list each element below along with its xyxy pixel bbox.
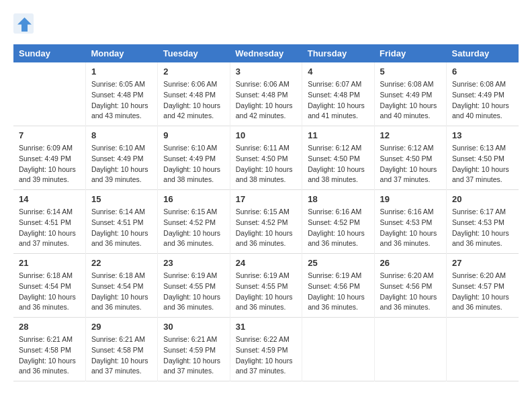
calendar-cell: 3Sunrise: 6:06 AMSunset: 4:48 PMDaylight… — [230, 62, 302, 126]
day-header-monday: Monday — [85, 44, 157, 62]
calendar-cell: 19Sunrise: 6:16 AMSunset: 4:53 PMDayligh… — [374, 190, 446, 254]
calendar-cell — [302, 318, 374, 381]
calendar-cell: 29Sunrise: 6:21 AMSunset: 4:58 PMDayligh… — [85, 318, 157, 381]
calendar-cell: 5Sunrise: 6:08 AMSunset: 4:49 PMDaylight… — [374, 62, 446, 126]
day-number: 8 — [91, 130, 152, 140]
cell-details: Sunrise: 6:09 AMSunset: 4:49 PMDaylight:… — [19, 143, 80, 185]
calendar-cell: 20Sunrise: 6:17 AMSunset: 4:53 PMDayligh… — [447, 190, 519, 254]
day-number: 7 — [19, 130, 80, 140]
calendar-cell — [447, 318, 519, 381]
calendar-cell: 13Sunrise: 6:13 AMSunset: 4:50 PMDayligh… — [447, 126, 519, 190]
day-header-sunday: Sunday — [13, 44, 85, 62]
calendar-cell: 24Sunrise: 6:19 AMSunset: 4:55 PMDayligh… — [230, 254, 302, 318]
day-header-thursday: Thursday — [302, 44, 374, 62]
cell-details: Sunrise: 6:08 AMSunset: 4:49 PMDaylight:… — [452, 79, 513, 122]
calendar-header: SundayMondayTuesdayWednesdayThursdayFrid… — [13, 44, 519, 62]
cell-details: Sunrise: 6:15 AMSunset: 4:52 PMDaylight:… — [236, 207, 296, 249]
day-header-friday: Friday — [374, 44, 446, 62]
day-number: 22 — [91, 258, 152, 268]
day-number: 2 — [163, 66, 224, 77]
cell-details: Sunrise: 6:14 AMSunset: 4:51 PMDaylight:… — [19, 207, 80, 249]
calendar-cell: 17Sunrise: 6:15 AMSunset: 4:52 PMDayligh… — [230, 190, 302, 254]
day-number: 20 — [452, 194, 513, 204]
day-number: 11 — [308, 130, 368, 140]
day-number: 31 — [236, 322, 296, 332]
cell-details: Sunrise: 6:18 AMSunset: 4:54 PMDaylight:… — [19, 271, 80, 313]
day-number: 28 — [19, 322, 80, 332]
cell-details: Sunrise: 6:21 AMSunset: 4:58 PMDaylight:… — [19, 334, 80, 377]
day-number: 4 — [308, 66, 368, 77]
cell-details: Sunrise: 6:19 AMSunset: 4:56 PMDaylight:… — [308, 271, 368, 313]
day-number: 10 — [236, 130, 296, 140]
calendar-cell: 26Sunrise: 6:20 AMSunset: 4:56 PMDayligh… — [374, 254, 446, 318]
day-number: 14 — [19, 194, 80, 204]
day-header-saturday: Saturday — [447, 44, 519, 62]
day-number: 30 — [163, 322, 224, 332]
day-number: 15 — [91, 194, 152, 204]
calendar-cell: 27Sunrise: 6:20 AMSunset: 4:57 PMDayligh… — [447, 254, 519, 318]
day-number: 16 — [163, 194, 224, 204]
calendar-cell: 31Sunrise: 6:22 AMSunset: 4:59 PMDayligh… — [230, 318, 302, 381]
week-row-3: 14Sunrise: 6:14 AMSunset: 4:51 PMDayligh… — [13, 190, 519, 254]
cell-details: Sunrise: 6:22 AMSunset: 4:59 PMDaylight:… — [236, 334, 296, 377]
day-number: 29 — [91, 322, 152, 332]
cell-details: Sunrise: 6:07 AMSunset: 4:48 PMDaylight:… — [308, 79, 368, 122]
calendar-cell: 12Sunrise: 6:12 AMSunset: 4:50 PMDayligh… — [374, 126, 446, 190]
calendar-cell — [13, 62, 85, 126]
page-header — [13, 13, 519, 34]
day-number: 25 — [308, 258, 368, 268]
day-number: 1 — [91, 66, 152, 77]
logo-icon — [13, 13, 34, 34]
calendar-cell: 6Sunrise: 6:08 AMSunset: 4:49 PMDaylight… — [447, 62, 519, 126]
day-number: 21 — [19, 258, 80, 268]
calendar-cell: 18Sunrise: 6:16 AMSunset: 4:52 PMDayligh… — [302, 190, 374, 254]
cell-details: Sunrise: 6:19 AMSunset: 4:55 PMDaylight:… — [163, 271, 224, 313]
cell-details: Sunrise: 6:13 AMSunset: 4:50 PMDaylight:… — [452, 143, 513, 185]
cell-details: Sunrise: 6:14 AMSunset: 4:51 PMDaylight:… — [91, 207, 152, 249]
cell-details: Sunrise: 6:20 AMSunset: 4:57 PMDaylight:… — [452, 271, 513, 313]
cell-details: Sunrise: 6:17 AMSunset: 4:53 PMDaylight:… — [452, 207, 513, 249]
calendar-cell — [374, 318, 446, 381]
calendar-cell: 9Sunrise: 6:10 AMSunset: 4:49 PMDaylight… — [158, 126, 230, 190]
calendar-cell: 22Sunrise: 6:18 AMSunset: 4:54 PMDayligh… — [85, 254, 157, 318]
logo — [13, 13, 36, 34]
calendar-cell: 28Sunrise: 6:21 AMSunset: 4:58 PMDayligh… — [13, 318, 85, 381]
calendar-cell: 2Sunrise: 6:06 AMSunset: 4:48 PMDaylight… — [158, 62, 230, 126]
calendar-cell: 23Sunrise: 6:19 AMSunset: 4:55 PMDayligh… — [158, 254, 230, 318]
calendar-cell: 7Sunrise: 6:09 AMSunset: 4:49 PMDaylight… — [13, 126, 85, 190]
calendar-cell: 30Sunrise: 6:21 AMSunset: 4:59 PMDayligh… — [158, 318, 230, 381]
cell-details: Sunrise: 6:10 AMSunset: 4:49 PMDaylight:… — [91, 143, 152, 185]
cell-details: Sunrise: 6:21 AMSunset: 4:58 PMDaylight:… — [91, 334, 152, 377]
cell-details: Sunrise: 6:15 AMSunset: 4:52 PMDaylight:… — [163, 207, 224, 249]
cell-details: Sunrise: 6:06 AMSunset: 4:48 PMDaylight:… — [236, 79, 296, 122]
day-number: 23 — [163, 258, 224, 268]
calendar-table: SundayMondayTuesdayWednesdayThursdayFrid… — [13, 44, 519, 381]
cell-details: Sunrise: 6:05 AMSunset: 4:48 PMDaylight:… — [91, 79, 152, 122]
calendar-cell: 21Sunrise: 6:18 AMSunset: 4:54 PMDayligh… — [13, 254, 85, 318]
day-number: 5 — [380, 66, 441, 77]
cell-details: Sunrise: 6:19 AMSunset: 4:55 PMDaylight:… — [236, 271, 296, 313]
day-number: 18 — [308, 194, 368, 204]
cell-details: Sunrise: 6:21 AMSunset: 4:59 PMDaylight:… — [163, 334, 224, 377]
day-number: 9 — [163, 130, 224, 140]
calendar-cell: 1Sunrise: 6:05 AMSunset: 4:48 PMDaylight… — [85, 62, 157, 126]
cell-details: Sunrise: 6:16 AMSunset: 4:52 PMDaylight:… — [308, 207, 368, 249]
cell-details: Sunrise: 6:08 AMSunset: 4:49 PMDaylight:… — [380, 79, 441, 122]
calendar-cell: 14Sunrise: 6:14 AMSunset: 4:51 PMDayligh… — [13, 190, 85, 254]
day-number: 17 — [236, 194, 296, 204]
calendar-cell: 8Sunrise: 6:10 AMSunset: 4:49 PMDaylight… — [85, 126, 157, 190]
week-row-1: 1Sunrise: 6:05 AMSunset: 4:48 PMDaylight… — [13, 62, 519, 126]
cell-details: Sunrise: 6:10 AMSunset: 4:49 PMDaylight:… — [163, 143, 224, 185]
calendar-cell: 25Sunrise: 6:19 AMSunset: 4:56 PMDayligh… — [302, 254, 374, 318]
header-row: SundayMondayTuesdayWednesdayThursdayFrid… — [13, 44, 519, 62]
day-number: 6 — [452, 66, 513, 77]
calendar-cell: 15Sunrise: 6:14 AMSunset: 4:51 PMDayligh… — [85, 190, 157, 254]
cell-details: Sunrise: 6:18 AMSunset: 4:54 PMDaylight:… — [91, 271, 152, 313]
day-header-tuesday: Tuesday — [158, 44, 230, 62]
day-number: 13 — [452, 130, 513, 140]
day-number: 27 — [452, 258, 513, 268]
week-row-2: 7Sunrise: 6:09 AMSunset: 4:49 PMDaylight… — [13, 126, 519, 190]
day-header-wednesday: Wednesday — [230, 44, 302, 62]
week-row-5: 28Sunrise: 6:21 AMSunset: 4:58 PMDayligh… — [13, 318, 519, 381]
calendar-cell: 4Sunrise: 6:07 AMSunset: 4:48 PMDaylight… — [302, 62, 374, 126]
